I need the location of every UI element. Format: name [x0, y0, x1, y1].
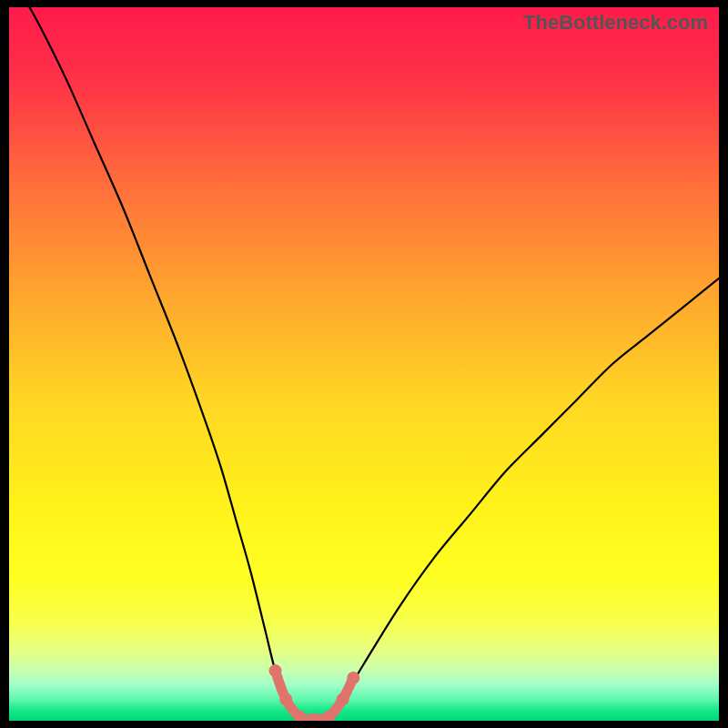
watermark-label: TheBottleneck.com [523, 11, 708, 35]
sweet-spot-point [337, 693, 349, 705]
sweet-spot-point [279, 693, 292, 705]
sweet-spot-point [347, 672, 359, 684]
sweet-spot-point [269, 664, 282, 677]
chart-svg [9, 7, 719, 721]
bottleneck-chart: TheBottleneck.com [9, 7, 719, 721]
